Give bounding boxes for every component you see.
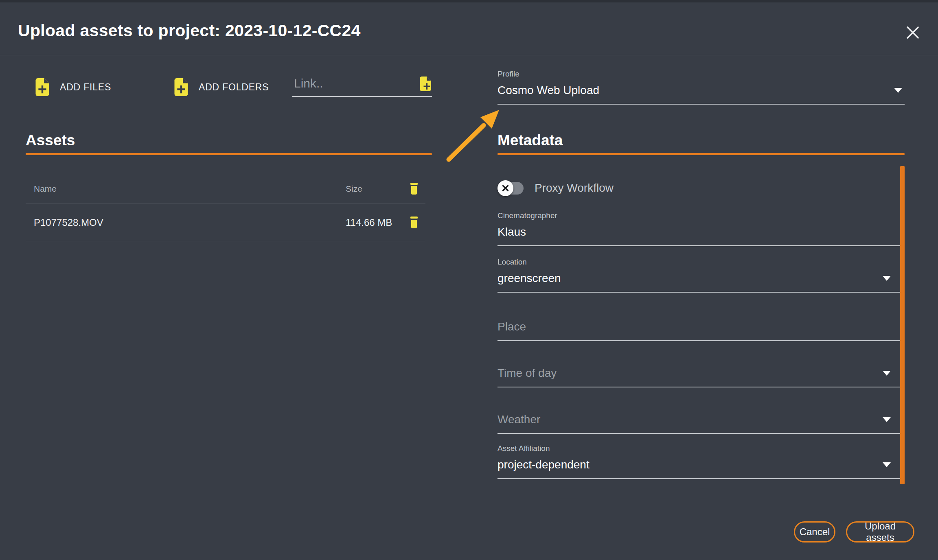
profile-value: Cosmo Web Upload (497, 83, 599, 98)
close-button[interactable] (903, 23, 923, 42)
cinematographer-value: Klaus (497, 224, 526, 240)
location-value: greenscreen (497, 271, 561, 286)
location-select[interactable]: Location greenscreen (497, 257, 905, 293)
toggle-thumb-off (497, 180, 513, 196)
header-divider (0, 55, 938, 55)
x-icon (502, 184, 509, 192)
assets-heading: Assets (26, 132, 75, 149)
time-of-day-placeholder: Time of day (497, 365, 557, 381)
add-folders-button[interactable]: ADD FOLDERS (174, 78, 269, 96)
chevron-down-icon (894, 88, 902, 93)
link-placeholder: Link.. (294, 77, 323, 90)
column-name: Name (34, 184, 346, 194)
file-plus-icon (420, 77, 431, 91)
backdrop-edge (0, 0, 938, 2)
metadata-heading: Metadata (497, 132, 563, 149)
asset-size: 114.66 MB (346, 217, 405, 228)
column-size: Size (346, 184, 405, 194)
upload-assets-button[interactable]: Upload assets (846, 521, 914, 542)
place-input[interactable]: Place (497, 313, 905, 341)
file-plus-icon (174, 78, 188, 96)
assets-table-header: Name Size (26, 174, 425, 203)
location-label: Location (497, 257, 905, 267)
assets-table: Name Size P1077528.MOV 114.66 MB (26, 174, 425, 241)
file-plus-icon (35, 78, 49, 96)
asset-name: P1077528.MOV (34, 217, 346, 228)
chevron-down-icon (883, 276, 891, 281)
trash-icon (409, 182, 419, 195)
asset-affiliation-select[interactable]: Asset Affiliation project-dependent (497, 444, 905, 479)
trash-icon (409, 216, 419, 229)
table-row: P1077528.MOV 114.66 MB (26, 204, 425, 241)
cancel-button[interactable]: Cancel (794, 521, 835, 542)
assets-rule (26, 153, 432, 155)
asset-affiliation-value: project-dependent (497, 457, 590, 472)
metadata-rule (497, 153, 905, 155)
place-placeholder: Place (497, 319, 526, 335)
dialog-title: Upload assets to project: 2023-10-12-CC2… (18, 21, 361, 40)
add-files-button[interactable]: ADD FILES (35, 78, 111, 96)
table-divider (26, 241, 425, 241)
weather-placeholder: Weather (497, 412, 540, 427)
weather-select[interactable]: Weather (497, 406, 905, 434)
add-folders-label: ADD FOLDERS (199, 82, 269, 93)
metadata-scrollbar[interactable] (900, 166, 905, 484)
close-icon (906, 26, 920, 39)
add-files-label: ADD FILES (60, 82, 111, 93)
proxy-workflow-toggle[interactable] (498, 182, 524, 195)
link-input[interactable]: Link.. (292, 72, 432, 97)
profile-label: Profile (497, 69, 905, 79)
proxy-workflow-label: Proxy Workflow (535, 182, 614, 195)
add-link-button[interactable] (420, 77, 431, 93)
delete-all-button[interactable] (405, 182, 423, 195)
profile-select[interactable]: Profile Cosmo Web Upload (497, 69, 905, 105)
asset-affiliation-label: Asset Affiliation (497, 444, 905, 453)
cinematographer-label: Cinematographer (497, 211, 905, 221)
delete-asset-button[interactable] (405, 216, 423, 229)
cinematographer-field[interactable]: Cinematographer Klaus (497, 211, 905, 246)
upload-dialog: Upload assets to project: 2023-10-12-CC2… (0, 0, 938, 560)
time-of-day-select[interactable]: Time of day (497, 360, 905, 387)
chevron-down-icon (883, 417, 891, 422)
chevron-down-icon (883, 462, 891, 467)
annotation-arrow (440, 103, 505, 168)
chevron-down-icon (883, 371, 891, 376)
